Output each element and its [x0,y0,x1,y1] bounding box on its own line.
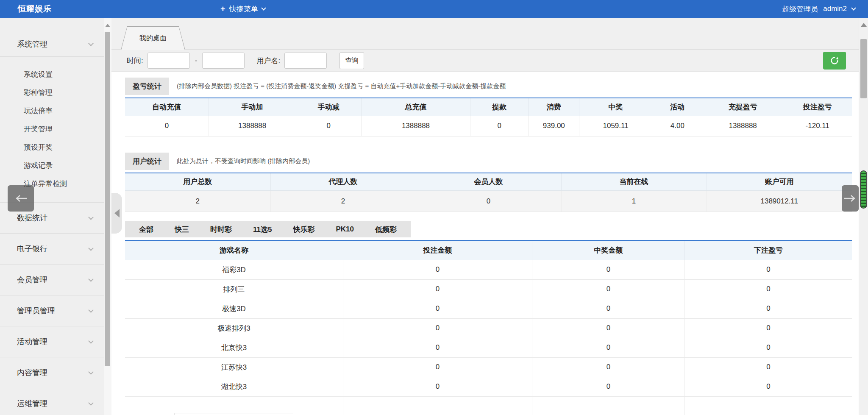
arrow-up-icon[interactable] [105,24,110,27]
page-scrollbar[interactable] [859,18,868,415]
game-tab[interactable]: 快乐彩 [282,225,325,234]
column-header: 投注金额 [343,240,532,260]
query-button[interactable]: 查询 [339,52,364,69]
tab-my-desktop[interactable]: 我的桌面 [121,26,185,50]
column-header: 中奖 [579,98,652,116]
sidebar-subitem[interactable]: 预设开奖 [0,138,104,156]
scrollbar-thumb[interactable] [860,39,867,98]
profit-section-title: 盈亏统计 [125,78,169,95]
sidebar-item-content-management[interactable]: 内容管理 [0,357,104,388]
arrow-up-icon[interactable] [861,23,867,27]
sidebar-item-system-management[interactable]: 系统管理 [0,32,104,56]
table-cell: 0 [685,260,852,279]
game-tab[interactable]: PK10 [325,225,364,234]
game-tab[interactable]: 快三 [164,225,200,234]
partial-input-box[interactable] [175,413,293,415]
brand-logo: 恒耀娱乐 [18,3,52,14]
sidebar-item-label: 管理员管理 [17,306,55,316]
striped-scrollbar-indicator[interactable] [860,170,867,209]
chevron-down-icon [88,41,94,46]
sidebar-submenu: 系统设置彩种管理玩法倍率开奖管理预设开奖游戏记录注单异常检测 [0,56,104,202]
sidebar-subitem[interactable]: 玩法倍率 [0,102,104,120]
username-label: admin2 [823,5,847,13]
dashboard-main: 盈亏统计 (排除内部会员数据) 投注盈亏 = (投注消费金额-返奖金额) 充提盈… [111,72,859,415]
column-header: 下注盈亏 [685,240,852,260]
profit-table: 自动充值手动加手动减总充值提款消费中奖活动充提盈亏投注盈亏 0138888801… [125,97,852,136]
sidebar-subitem[interactable]: 开奖管理 [0,120,104,138]
table-cell: 0 [532,357,684,377]
sidebar-item-label: 内容管理 [17,368,47,378]
sidebar-item-label: 数据统计 [17,213,47,223]
table-row: 极速3D000 [125,299,852,318]
content-area: 我的桌面 时间: - 用户名: 查询 盈亏统计 (排除内部会员数据) 投注盈亏 … [111,18,859,415]
user-menu[interactable]: 超级管理员 admin2 [782,4,855,14]
stat-value: 939.00 [529,116,579,136]
table-cell: 0 [343,318,532,338]
scroll-right-button[interactable] [842,185,859,212]
column-header: 手动减 [296,98,361,116]
game-tab-bar: 全部快三时时彩11选5快乐彩PK10低频彩 [125,221,411,237]
table-cell: 0 [685,299,852,318]
refresh-button[interactable] [823,52,846,70]
stat-value: 1 [561,191,707,212]
table-cell: 0 [343,279,532,299]
tab-strip: 我的桌面 [111,18,859,50]
sidebar-subitem[interactable]: 游戏记录 [0,156,104,175]
sidebar-scrollbar[interactable] [104,18,111,415]
sidebar-item-ops-management[interactable]: 运维管理 [0,388,104,415]
sidebar-subitem[interactable]: 系统设置 [0,65,104,84]
table-header-row: 自动充值手动加手动减总充值提款消费中奖活动充提盈亏投注盈亏 [125,98,852,116]
stat-value: 0 [416,191,561,212]
username-label: 用户名: [256,56,280,66]
sidebar-subitem[interactable]: 彩种管理 [0,84,104,102]
plus-icon: + [220,5,225,13]
column-header: 当前在线 [561,173,707,191]
games-table: 游戏名称投注金额中奖金额下注盈亏 福彩3D000排列三000极速3D000极速排… [125,240,852,415]
sidebar-subitem[interactable]: 注单异常检测 [0,175,104,193]
table-cell: 0 [532,260,684,279]
quick-menu-label: 快捷菜单 [229,4,258,14]
sidebar-item-activity-management[interactable]: 活动管理 [0,326,104,357]
table-cell: 0 [685,318,852,338]
sidebar-item-label: 运维管理 [17,398,47,409]
column-header: 游戏名称 [125,240,343,260]
table-cell: 极速3D [125,299,343,318]
table-cell: 0 [685,338,852,357]
sidebar: 系统管理 系统设置彩种管理玩法倍率开奖管理预设开奖游戏记录注单异常检测 数据统计… [0,18,104,415]
game-tab[interactable]: 11选5 [242,225,282,234]
column-header: 手动加 [209,98,296,116]
chevron-down-icon [88,245,94,251]
game-tab[interactable]: 全部 [128,225,164,234]
sidebar-item-label: 活动管理 [17,337,47,347]
sidebar-item-admin-management[interactable]: 管理员管理 [0,295,104,326]
column-header: 消费 [529,98,579,116]
time-start-input[interactable] [147,53,190,69]
table-row: 极速排列3000 [125,318,852,338]
refresh-icon [829,56,840,66]
tab-label: 我的桌面 [121,27,185,50]
table-cell: 0 [343,299,532,318]
table-row: 排列三000 [125,279,852,299]
sidebar-item-label: 电子银行 [17,244,47,254]
table-cell: 湖北快3 [125,377,343,396]
topbar: 恒耀娱乐 + 快捷菜单 超级管理员 admin2 [0,0,868,18]
quick-menu-button[interactable]: + 快捷菜单 [220,4,265,14]
time-end-input[interactable] [202,53,245,69]
users-table: 用户总数代理人数会员人数当前在线账户可用 22011389012.11 [125,173,852,212]
sidebar-item-e-bank[interactable]: 电子银行 [0,233,104,264]
table-cell: 0 [685,377,852,396]
username-input[interactable] [284,53,327,69]
stat-value: 2 [125,191,270,212]
game-tab[interactable]: 时时彩 [200,225,242,234]
sidebar-item-member-management[interactable]: 会员管理 [0,264,104,295]
arrow-left-icon [14,194,28,203]
table-cell: 0 [532,279,684,299]
sidebar-item-label: 会员管理 [17,275,47,285]
column-header: 活动 [652,98,703,116]
profit-section-header: 盈亏统计 (排除内部会员数据) 投注盈亏 = (投注消费金额-返奖金额) 充提盈… [125,78,852,95]
scrollbar-thumb[interactable] [105,32,110,366]
game-tab[interactable]: 低频彩 [364,225,407,234]
stat-value: 4.00 [652,116,703,136]
sidebar-collapse-handle[interactable] [111,193,122,234]
chevron-down-icon [88,276,94,282]
